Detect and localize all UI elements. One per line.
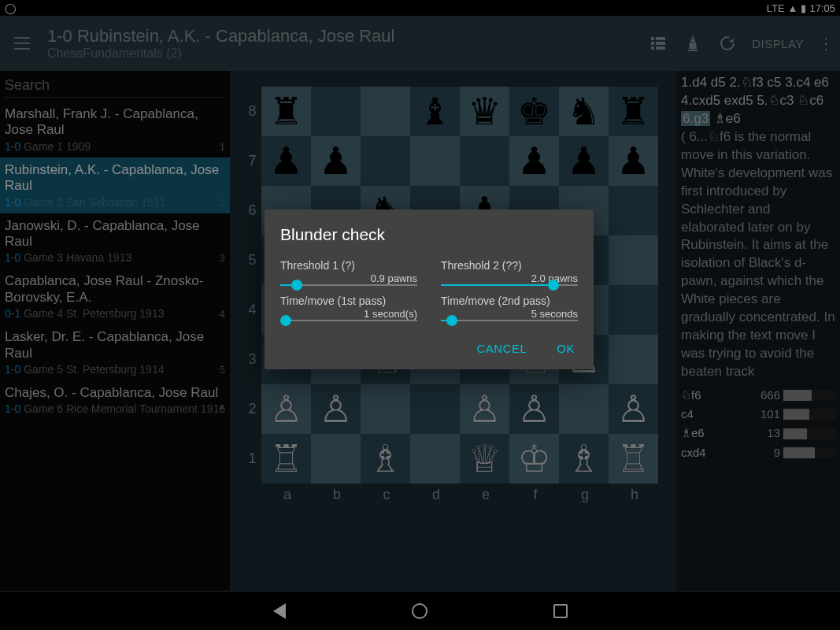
cancel-button[interactable]: CANCEL — [473, 335, 530, 361]
time1-value: 1 second(s) — [364, 308, 417, 320]
dialog-title: Blunder check — [280, 225, 578, 244]
threshold1-value: 0.9 pawns — [371, 272, 417, 284]
time1-label: Time/move (1st pass) — [280, 295, 386, 307]
blunder-check-dialog: Blunder check Threshold 1 (?) 0.9 pawns … — [265, 209, 594, 369]
time2-slider[interactable] — [441, 320, 578, 321]
time2-label: Time/move (2nd pass) — [441, 295, 550, 307]
time1-slider[interactable] — [280, 320, 417, 321]
threshold2-label: Threshold 2 (??) — [441, 259, 522, 272]
threshold2-slider[interactable] — [441, 284, 578, 286]
threshold1-slider[interactable] — [280, 284, 417, 286]
time2-value: 5 seconds — [531, 308, 578, 320]
ok-button[interactable]: OK — [553, 335, 578, 361]
threshold1-label: Threshold 1 (?) — [280, 259, 355, 272]
